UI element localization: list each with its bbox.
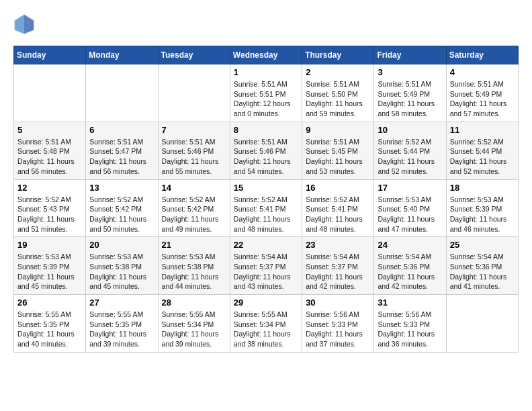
day-content: Sunrise: 5:51 AM Sunset: 5:47 PM Dayligh… bbox=[89, 137, 154, 177]
day-number: 26 bbox=[17, 298, 82, 308]
day-number: 2 bbox=[306, 67, 370, 77]
day-number: 12 bbox=[17, 183, 82, 193]
day-content: Sunrise: 5:55 AM Sunset: 5:35 PM Dayligh… bbox=[17, 310, 82, 349]
calendar-cell: 31Sunrise: 5:56 AM Sunset: 5:33 PM Dayli… bbox=[374, 295, 446, 353]
calendar-cell bbox=[14, 64, 86, 122]
calendar-cell: 24Sunrise: 5:54 AM Sunset: 5:36 PM Dayli… bbox=[374, 237, 446, 295]
calendar-week-row: 1Sunrise: 5:51 AM Sunset: 5:51 PM Daylig… bbox=[14, 64, 519, 122]
calendar-cell: 18Sunrise: 5:53 AM Sunset: 5:39 PM Dayli… bbox=[446, 179, 518, 237]
calendar-cell: 23Sunrise: 5:54 AM Sunset: 5:37 PM Dayli… bbox=[302, 237, 374, 295]
day-content: Sunrise: 5:54 AM Sunset: 5:36 PM Dayligh… bbox=[378, 252, 442, 291]
day-number: 19 bbox=[17, 240, 82, 250]
day-number: 18 bbox=[450, 183, 515, 193]
calendar-week-row: 5Sunrise: 5:51 AM Sunset: 5:48 PM Daylig… bbox=[14, 122, 519, 179]
day-number: 24 bbox=[378, 240, 442, 250]
calendar-cell: 12Sunrise: 5:52 AM Sunset: 5:43 PM Dayli… bbox=[14, 179, 86, 237]
calendar-cell: 7Sunrise: 5:51 AM Sunset: 5:46 PM Daylig… bbox=[158, 122, 230, 179]
calendar-cell: 1Sunrise: 5:51 AM Sunset: 5:51 PM Daylig… bbox=[230, 64, 302, 122]
calendar-cell: 30Sunrise: 5:56 AM Sunset: 5:33 PM Dayli… bbox=[302, 295, 374, 353]
day-number: 28 bbox=[162, 298, 226, 308]
day-number: 20 bbox=[89, 240, 154, 250]
calendar-cell bbox=[446, 295, 518, 353]
weekday-header-sunday: Sunday bbox=[14, 46, 86, 64]
calendar-week-row: 12Sunrise: 5:52 AM Sunset: 5:43 PM Dayli… bbox=[14, 179, 519, 237]
day-number: 9 bbox=[306, 125, 370, 135]
day-content: Sunrise: 5:53 AM Sunset: 5:39 PM Dayligh… bbox=[17, 252, 82, 291]
calendar-cell: 5Sunrise: 5:51 AM Sunset: 5:48 PM Daylig… bbox=[14, 122, 86, 179]
day-content: Sunrise: 5:54 AM Sunset: 5:36 PM Dayligh… bbox=[450, 252, 515, 291]
page-header bbox=[13, 13, 519, 35]
day-number: 27 bbox=[89, 298, 154, 308]
day-number: 1 bbox=[234, 67, 298, 77]
calendar-cell: 10Sunrise: 5:52 AM Sunset: 5:44 PM Dayli… bbox=[374, 122, 446, 179]
day-number: 8 bbox=[234, 125, 298, 135]
day-content: Sunrise: 5:53 AM Sunset: 5:39 PM Dayligh… bbox=[450, 195, 515, 234]
day-number: 10 bbox=[378, 125, 442, 135]
calendar-cell: 14Sunrise: 5:52 AM Sunset: 5:42 PM Dayli… bbox=[158, 179, 230, 237]
day-number: 11 bbox=[450, 125, 515, 135]
day-number: 25 bbox=[450, 240, 515, 250]
weekday-header-monday: Monday bbox=[86, 46, 158, 64]
calendar-cell: 2Sunrise: 5:51 AM Sunset: 5:50 PM Daylig… bbox=[302, 64, 374, 122]
weekday-header-friday: Friday bbox=[374, 46, 446, 64]
weekday-header-thursday: Thursday bbox=[302, 46, 374, 64]
calendar-cell: 4Sunrise: 5:51 AM Sunset: 5:49 PM Daylig… bbox=[446, 64, 518, 122]
day-number: 16 bbox=[306, 183, 370, 193]
day-number: 7 bbox=[162, 125, 226, 135]
calendar-week-row: 26Sunrise: 5:55 AM Sunset: 5:35 PM Dayli… bbox=[14, 295, 519, 353]
day-content: Sunrise: 5:51 AM Sunset: 5:48 PM Dayligh… bbox=[17, 137, 82, 177]
day-number: 4 bbox=[450, 67, 515, 77]
day-number: 30 bbox=[306, 298, 370, 308]
day-number: 21 bbox=[162, 240, 226, 250]
calendar-cell: 21Sunrise: 5:53 AM Sunset: 5:38 PM Dayli… bbox=[158, 237, 230, 295]
day-number: 23 bbox=[306, 240, 370, 250]
day-content: Sunrise: 5:51 AM Sunset: 5:46 PM Dayligh… bbox=[234, 137, 298, 177]
calendar-cell: 26Sunrise: 5:55 AM Sunset: 5:35 PM Dayli… bbox=[14, 295, 86, 353]
calendar-week-row: 19Sunrise: 5:53 AM Sunset: 5:39 PM Dayli… bbox=[14, 237, 519, 295]
calendar-cell: 8Sunrise: 5:51 AM Sunset: 5:46 PM Daylig… bbox=[230, 122, 302, 179]
calendar-cell: 13Sunrise: 5:52 AM Sunset: 5:42 PM Dayli… bbox=[86, 179, 158, 237]
day-content: Sunrise: 5:52 AM Sunset: 5:41 PM Dayligh… bbox=[234, 195, 298, 234]
weekday-header-tuesday: Tuesday bbox=[158, 46, 230, 64]
day-content: Sunrise: 5:51 AM Sunset: 5:51 PM Dayligh… bbox=[234, 79, 298, 119]
day-content: Sunrise: 5:53 AM Sunset: 5:38 PM Dayligh… bbox=[162, 252, 226, 291]
calendar-cell: 19Sunrise: 5:53 AM Sunset: 5:39 PM Dayli… bbox=[14, 237, 86, 295]
day-content: Sunrise: 5:52 AM Sunset: 5:41 PM Dayligh… bbox=[306, 195, 370, 234]
day-content: Sunrise: 5:51 AM Sunset: 5:49 PM Dayligh… bbox=[378, 79, 442, 119]
calendar-cell: 15Sunrise: 5:52 AM Sunset: 5:41 PM Dayli… bbox=[230, 179, 302, 237]
day-content: Sunrise: 5:56 AM Sunset: 5:33 PM Dayligh… bbox=[306, 310, 370, 349]
day-content: Sunrise: 5:51 AM Sunset: 5:49 PM Dayligh… bbox=[450, 79, 515, 119]
day-content: Sunrise: 5:52 AM Sunset: 5:42 PM Dayligh… bbox=[89, 195, 154, 234]
day-content: Sunrise: 5:51 AM Sunset: 5:50 PM Dayligh… bbox=[306, 79, 370, 119]
day-content: Sunrise: 5:52 AM Sunset: 5:44 PM Dayligh… bbox=[450, 137, 515, 177]
day-number: 15 bbox=[234, 183, 298, 193]
weekday-header-row: SundayMondayTuesdayWednesdayThursdayFrid… bbox=[14, 46, 519, 64]
day-content: Sunrise: 5:56 AM Sunset: 5:33 PM Dayligh… bbox=[378, 310, 442, 349]
day-content: Sunrise: 5:55 AM Sunset: 5:34 PM Dayligh… bbox=[162, 310, 226, 349]
day-number: 22 bbox=[234, 240, 298, 250]
calendar-cell bbox=[158, 64, 230, 122]
weekday-header-saturday: Saturday bbox=[446, 46, 518, 64]
day-content: Sunrise: 5:52 AM Sunset: 5:42 PM Dayligh… bbox=[162, 195, 226, 234]
calendar-cell: 17Sunrise: 5:53 AM Sunset: 5:40 PM Dayli… bbox=[374, 179, 446, 237]
day-content: Sunrise: 5:52 AM Sunset: 5:43 PM Dayligh… bbox=[17, 195, 82, 234]
calendar-cell: 28Sunrise: 5:55 AM Sunset: 5:34 PM Dayli… bbox=[158, 295, 230, 353]
day-content: Sunrise: 5:51 AM Sunset: 5:46 PM Dayligh… bbox=[162, 137, 226, 177]
calendar-cell: 6Sunrise: 5:51 AM Sunset: 5:47 PM Daylig… bbox=[86, 122, 158, 179]
day-content: Sunrise: 5:53 AM Sunset: 5:40 PM Dayligh… bbox=[378, 195, 442, 234]
svg-marker-2 bbox=[15, 15, 24, 34]
day-number: 31 bbox=[378, 298, 442, 308]
day-content: Sunrise: 5:51 AM Sunset: 5:45 PM Dayligh… bbox=[306, 137, 370, 177]
svg-marker-1 bbox=[24, 15, 34, 34]
day-content: Sunrise: 5:54 AM Sunset: 5:37 PM Dayligh… bbox=[234, 252, 298, 291]
day-number: 5 bbox=[17, 125, 82, 135]
day-content: Sunrise: 5:54 AM Sunset: 5:37 PM Dayligh… bbox=[306, 252, 370, 291]
weekday-header-wednesday: Wednesday bbox=[230, 46, 302, 64]
day-number: 17 bbox=[378, 183, 442, 193]
day-number: 6 bbox=[89, 125, 154, 135]
day-number: 14 bbox=[162, 183, 226, 193]
calendar-cell: 27Sunrise: 5:55 AM Sunset: 5:35 PM Dayli… bbox=[86, 295, 158, 353]
calendar-cell: 20Sunrise: 5:53 AM Sunset: 5:38 PM Dayli… bbox=[86, 237, 158, 295]
calendar-cell: 22Sunrise: 5:54 AM Sunset: 5:37 PM Dayli… bbox=[230, 237, 302, 295]
logo bbox=[13, 13, 38, 35]
